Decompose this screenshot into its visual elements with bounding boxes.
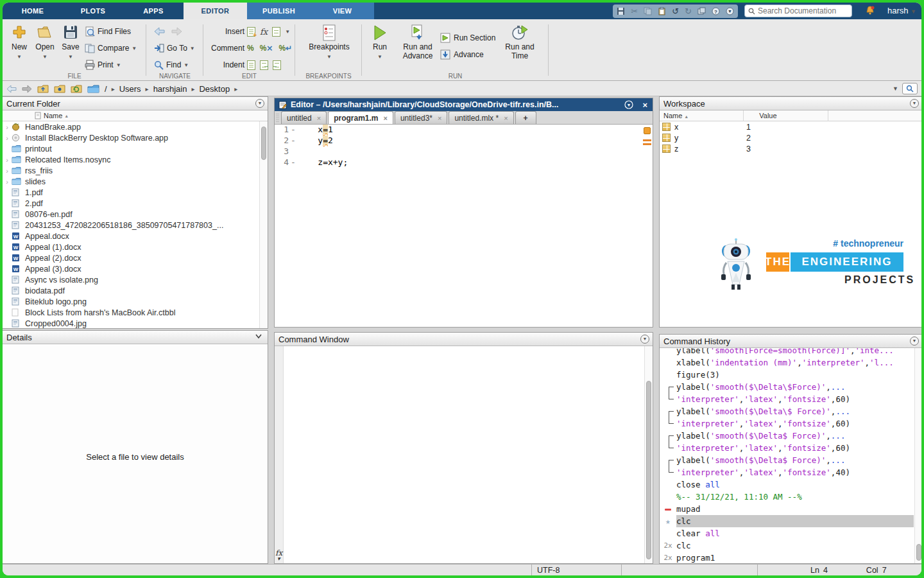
insert-section-icon[interactable]: +: [247, 27, 255, 37]
current-folder-column-header[interactable]: Name ▲: [3, 110, 268, 121]
run-section-button[interactable]: Run Section: [440, 32, 495, 44]
editor-tab[interactable]: untitled.mlx * ×: [449, 111, 513, 124]
save-button[interactable]: Save▼: [58, 19, 83, 60]
collapse-details-icon[interactable]: [255, 332, 262, 340]
run-and-time-button[interactable]: Run and Time: [502, 19, 538, 60]
file-row[interactable]: › Biteklub logo.png: [3, 296, 259, 307]
advance-button[interactable]: Advance: [440, 49, 484, 60]
history-line[interactable]: xlabel('indentation (mm)','interpreter',…: [660, 356, 914, 369]
switch-windows-icon[interactable]: [697, 7, 706, 15]
file-row[interactable]: › Block Lists from harsh's MacBook Air.c…: [3, 307, 259, 318]
new-button[interactable]: New▼: [6, 19, 32, 60]
file-row[interactable]: › 2.pdf: [3, 198, 259, 209]
ribbon-tab[interactable]: PUBLISH: [247, 3, 311, 19]
variable-row[interactable]: y 2: [660, 132, 921, 143]
history-line[interactable]: 'interpreter','latex','fontsize',60): [660, 442, 914, 454]
history-line[interactable]: ★ clc: [660, 515, 914, 527]
workspace-column-header[interactable]: Name▲ Value: [660, 110, 921, 121]
user-menu[interactable]: harsh ▼: [887, 6, 916, 15]
expand-chevron-icon[interactable]: ›: [3, 178, 12, 186]
editor-tab[interactable]: program1.m ×: [328, 111, 393, 124]
indent-left-icon[interactable]: ←: [273, 60, 281, 70]
breakpoints-button[interactable]: Breakpoints▼: [307, 19, 352, 60]
file-row[interactable]: › biodata.pdf: [3, 285, 259, 296]
documentation-search[interactable]: [744, 4, 852, 17]
indent-right-icon[interactable]: →: [260, 60, 268, 70]
search-input[interactable]: [758, 6, 848, 15]
print-button[interactable]: Print ▼: [85, 59, 121, 71]
history-line[interactable]: 'interpreter','latex','fontsize',60): [660, 417, 914, 430]
history-line[interactable]: 2x clc: [660, 539, 914, 552]
expand-chevron-icon[interactable]: ›: [3, 134, 12, 142]
folder-search-button[interactable]: [902, 83, 918, 94]
up-folder-icon[interactable]: [37, 84, 49, 94]
panel-menu-icon[interactable]: ▼: [910, 99, 919, 108]
file-row[interactable]: › 1.pdf: [3, 187, 259, 198]
history-line[interactable]: figure(3): [660, 369, 914, 381]
editor-menu-icon[interactable]: ▼: [624, 100, 633, 109]
history-line[interactable]: ylabel('smooth($\Delta\$Force)',...: [660, 381, 914, 393]
tab-close-icon[interactable]: ×: [504, 114, 508, 122]
file-row[interactable]: › W Appeal (3).docx: [3, 263, 259, 274]
qat-more-icon[interactable]: ▼: [726, 7, 734, 15]
ribbon-tab[interactable]: VIEW: [311, 3, 374, 19]
details-header[interactable]: Details: [3, 331, 268, 344]
run-and-advance-button[interactable]: Run and Advance: [399, 19, 436, 60]
current-folder-scrollbar[interactable]: [259, 121, 268, 328]
expand-chevron-icon[interactable]: ›: [3, 123, 12, 131]
help-icon[interactable]: ?: [712, 7, 720, 15]
editor-tab[interactable]: untitled ×: [281, 111, 327, 124]
history-line[interactable]: ylabel('smooth($\Delta$ Force)',...: [660, 454, 914, 466]
variable-row[interactable]: x 1: [660, 121, 921, 132]
command-history-scrollbar[interactable]: [914, 348, 921, 563]
ribbon-tab[interactable]: PLOTS: [63, 3, 123, 19]
breadcrumb-segment[interactable]: Users: [119, 84, 141, 94]
run-button[interactable]: Run▼: [367, 19, 393, 60]
tab-close-icon[interactable]: ×: [317, 114, 321, 122]
history-line[interactable]: ylabel('smooth($\Delta$ Force)',...: [660, 430, 914, 442]
fx-indicator[interactable]: fx▼: [275, 548, 282, 561]
browse-folder-icon[interactable]: [54, 84, 65, 94]
history-line[interactable]: 'interpreter','latex','fontsize',60): [660, 393, 914, 405]
history-line[interactable]: 2x program1: [660, 552, 914, 563]
panel-menu-icon[interactable]: ▼: [910, 337, 919, 346]
forward-icon[interactable]: [171, 27, 182, 36]
file-row[interactable]: › W Appeal.docx: [3, 231, 259, 241]
back-icon[interactable]: [154, 27, 165, 36]
file-row[interactable]: › Install BlackBerry Desktop Software.ap…: [3, 132, 259, 143]
close-icon[interactable]: ×: [642, 100, 647, 110]
history-line[interactable]: clear all: [660, 527, 914, 539]
wrap-comments-icon[interactable]: %↵: [278, 44, 292, 53]
insert-function-icon[interactable]: fx: [260, 27, 268, 37]
history-line[interactable]: ylabel('smooth[Force=smooth(Force)]','in…: [660, 348, 914, 356]
expand-chevron-icon[interactable]: ›: [3, 167, 12, 175]
save-icon[interactable]: [617, 7, 625, 15]
code-editor[interactable]: 1 - x=1 2 - y=2 3 4 -: [275, 125, 653, 327]
forward-icon[interactable]: [22, 85, 32, 93]
panel-menu-icon[interactable]: ▼: [640, 335, 649, 344]
refresh-folder-icon[interactable]: [71, 84, 82, 94]
file-row[interactable]: › slides: [3, 176, 259, 187]
cut-icon[interactable]: ✂: [631, 4, 638, 18]
redo-icon[interactable]: ↻: [685, 4, 692, 18]
ribbon-tab[interactable]: EDITOR: [184, 3, 247, 19]
history-line[interactable]: 'interpreter','latex','fontsize',40): [660, 466, 914, 478]
analyzer-marker[interactable]: [643, 139, 651, 141]
file-row[interactable]: › printout: [3, 143, 259, 154]
breadcrumb-segment[interactable]: harshjain: [153, 84, 187, 94]
insert-block-icon[interactable]: [272, 27, 280, 37]
uncomment-icon[interactable]: %⨯: [260, 44, 273, 53]
undo-icon[interactable]: ↺: [672, 4, 679, 18]
breadcrumb-segment[interactable]: /: [105, 84, 107, 94]
expand-chevron-icon[interactable]: ›: [3, 156, 12, 164]
variable-row[interactable]: z 3: [660, 143, 921, 154]
goto-button[interactable]: Go To ▼: [154, 42, 195, 54]
file-row[interactable]: › W Appeal (2).docx: [3, 252, 259, 263]
notification-bell-icon[interactable]: [865, 5, 875, 15]
editor-title-bar[interactable]: Editor – /Users/harshjain/Library/CloudS…: [275, 98, 653, 111]
new-tab-button[interactable]: +: [515, 111, 536, 124]
history-line[interactable]: mupad: [660, 503, 914, 515]
breadcrumb-segment[interactable]: Desktop: [199, 84, 230, 94]
tab-close-icon[interactable]: ×: [384, 114, 388, 122]
file-row[interactable]: › 08076-en.pdf: [3, 209, 259, 220]
